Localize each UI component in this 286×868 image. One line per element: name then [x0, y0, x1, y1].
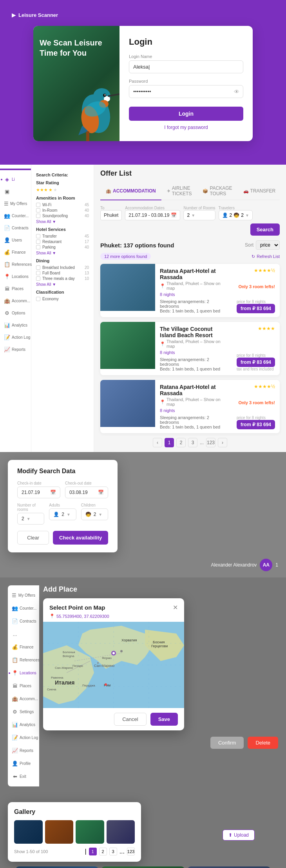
confirm-btn[interactable]: Confirm: [210, 737, 244, 749]
refresh-list-btn[interactable]: ↻ Refresh List: [252, 254, 280, 259]
notification-count[interactable]: 1: [275, 562, 278, 568]
hotel-services-label: Hotel Services: [36, 227, 89, 232]
clear-button[interactable]: Clear: [17, 531, 49, 545]
soundproofing-filter[interactable]: Soundproofing 40: [36, 214, 89, 218]
svg-point-26: [97, 662, 99, 664]
forgot-password-link[interactable]: I forgot my password: [129, 125, 243, 130]
ap-sidebar-settings[interactable]: ⚙ Settings: [8, 706, 39, 718]
gallery-page-3[interactable]: 3: [109, 848, 117, 855]
login-name-label: Login Name: [129, 54, 243, 59]
map-save-button[interactable]: Save: [150, 713, 178, 726]
show-all-amenities[interactable]: Show All ▼: [36, 220, 89, 224]
eye-icon[interactable]: 👁: [234, 89, 239, 95]
travelers-select[interactable]: 👤 2 🧒 2 ▼: [219, 210, 253, 220]
ap-sidebar-references[interactable]: 📋 References: [8, 654, 39, 666]
sidebar-item-contracts[interactable]: 📄 Contracts: [0, 222, 31, 234]
ap-sidebar-counterparties[interactable]: 👥 Counter...: [8, 602, 39, 614]
sidebar-item-references[interactable]: 📋 References: [0, 258, 31, 271]
destination-value[interactable]: Phuket: [100, 210, 122, 220]
sidebar-item-finance[interactable]: 💰 Finance: [0, 246, 31, 258]
svg-text:Босния: Босния: [153, 640, 165, 644]
mod-adults-select[interactable]: 👤 2 ▼: [49, 508, 76, 520]
login-button[interactable]: Login: [129, 107, 243, 121]
sidebar-item-counterparties[interactable]: 👥 Counter...: [0, 210, 31, 222]
page-last-btn[interactable]: 123: [206, 438, 215, 447]
sidebar-item-analytics[interactable]: 📊 Analytics: [0, 319, 31, 331]
breakfast-filter[interactable]: Breakfast Included 20: [36, 265, 89, 270]
login-image-panel: We Scan Leisure Time for You: [33, 26, 119, 141]
map-cancel-button[interactable]: Cancel: [114, 713, 146, 726]
next-page-btn[interactable]: ›: [218, 438, 227, 447]
sidebar-item-actionlog[interactable]: 📝 Action Log: [0, 331, 31, 343]
sidebar-item-offers[interactable]: ◈ Li: [0, 173, 31, 185]
mod-children-select[interactable]: 🧒 2 ▼: [81, 508, 108, 520]
tab-package[interactable]: 📦 PACKAGE TOURS: [197, 182, 237, 200]
sidebar-item-myoffers[interactable]: ☰ My Offers: [0, 198, 31, 210]
gallery-page-last[interactable]: 123: [127, 848, 135, 855]
sort-select[interactable]: price: [256, 240, 280, 250]
checkout-input[interactable]: 03.08.19 📅: [65, 487, 108, 498]
check-availability-button[interactable]: Check availability: [53, 531, 108, 545]
svg-text:Герцегови: Герцегови: [151, 644, 168, 648]
ap-sidebar-users[interactable]: ...: [8, 628, 39, 640]
sidebar-item-options[interactable]: ⚙ Options: [0, 307, 31, 319]
ap-sidebar-locations[interactable]: 📍 Locations: [8, 667, 39, 679]
sidebar-item-locations[interactable]: 📍 Locations: [0, 271, 31, 283]
ap-sidebar-myoffers[interactable]: ☰ My Offers: [8, 589, 39, 601]
tab-transfer[interactable]: 🚗 TRANSFER: [238, 182, 281, 200]
economy-filter[interactable]: Economy: [36, 297, 89, 301]
gallery-thumb-3[interactable]: [76, 820, 104, 844]
sidebar-item-accommodations[interactable]: 🏨 Accomm...: [0, 295, 31, 307]
tab-accommodation[interactable]: 🏨 ACCOMMODATION: [100, 182, 161, 200]
ap-sidebar-exit[interactable]: ⬅ Exit: [8, 770, 39, 783]
mod-rooms-select[interactable]: 2 ▼: [17, 513, 44, 525]
search-button[interactable]: Search: [250, 223, 280, 236]
show-all-services[interactable]: Show All ▼: [36, 251, 89, 255]
gallery-page-1[interactable]: 1: [89, 848, 97, 855]
wifi-filter[interactable]: Wi-Fi 45: [36, 203, 89, 207]
gallery-thumb-2[interactable]: [45, 820, 74, 844]
login-name-input[interactable]: [129, 60, 243, 73]
sidebar-item-places[interactable]: 🏛 Places: [0, 283, 31, 295]
gallery-thumb-1[interactable]: [14, 820, 43, 844]
ap-sidebar-finance[interactable]: 💰 Finance: [8, 641, 39, 653]
hotel-card-1[interactable]: Ratana Apart-Hotel at Rassada 📍 Thailand…: [100, 264, 280, 317]
inroom-filter[interactable]: In-Room 40: [36, 208, 89, 212]
page-1-btn[interactable]: 1: [165, 438, 174, 447]
tab-airline[interactable]: ✈ AIRLINE TICKETS: [161, 182, 197, 200]
ap-sidebar-profile[interactable]: 👤 Profile: [8, 757, 39, 770]
page-2-btn[interactable]: 2: [176, 438, 186, 447]
password-input[interactable]: [129, 85, 243, 98]
threemeals-filter[interactable]: Three meals a day 10: [36, 276, 89, 281]
ap-sidebar-accommodations[interactable]: 🏨 Accomm...: [8, 693, 39, 705]
star-rating-filter[interactable]: ★★★★★: [36, 187, 89, 192]
map-container[interactable]: Хорватия Босния Герцегови Сан-Марино Ита…: [43, 622, 184, 708]
hotel-card-2[interactable]: The Village Coconut Island Beach Resort …: [100, 322, 280, 375]
mod-rooms-field: Number of rooms 2 ▼: [17, 503, 44, 525]
upload-button[interactable]: ⬆ Upload: [223, 830, 255, 841]
restaurant-filter[interactable]: Restaurant 17: [36, 240, 89, 244]
prev-page-btn[interactable]: ‹: [153, 438, 162, 447]
checkin-input[interactable]: 21.07.19 📅: [17, 487, 60, 498]
ap-sidebar-contracts[interactable]: 📄 Contracts: [8, 615, 39, 627]
ap-sidebar-reports[interactable]: 📈 Reports: [8, 745, 39, 757]
rooms-select[interactable]: 2 ▼: [183, 210, 215, 220]
gallery-page-2[interactable]: 2: [99, 848, 107, 855]
gallery-thumb-4[interactable]: [107, 820, 135, 844]
sidebar-item-dashboard[interactable]: ▣: [0, 185, 31, 198]
sidebar-item-users[interactable]: 👤 Users: [0, 234, 31, 246]
ap-sidebar-actionlog[interactable]: 📝 Action Log: [8, 732, 39, 744]
hotel-card-3[interactable]: Ratana Apart-Hotel at Rassada 📍 Thailand…: [100, 380, 280, 433]
ap-sidebar-places[interactable]: 🏛 Places: [8, 680, 39, 692]
ap-sidebar-analytics[interactable]: 📊 Analytics: [8, 719, 39, 731]
parking-filter[interactable]: Parking 40: [36, 245, 89, 249]
map-close-button[interactable]: ✕: [173, 604, 178, 611]
delete-btn[interactable]: Delete: [248, 737, 278, 749]
page-3-btn[interactable]: 3: [188, 438, 197, 447]
sidebar-item-reports[interactable]: 📈 Reports: [0, 343, 31, 356]
fullboard-filter[interactable]: Full Board 13: [36, 271, 89, 275]
dates-value[interactable]: 21.07.19 - 03.08.19 📅: [125, 210, 180, 220]
show-all-dining[interactable]: Show All ▼: [36, 282, 89, 287]
more-options-badge[interactable]: 12 more options found: [100, 253, 151, 260]
transfer-filter[interactable]: Transfer 45: [36, 234, 89, 238]
